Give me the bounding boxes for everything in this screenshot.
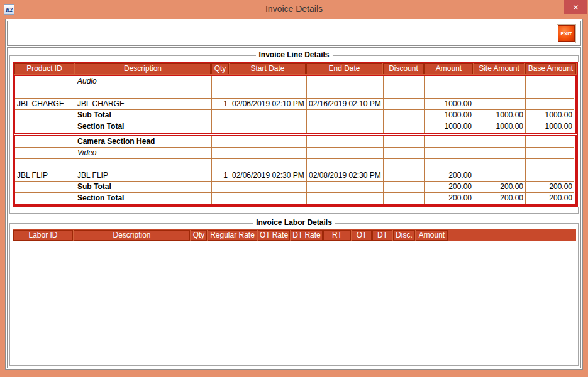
table-cell	[425, 148, 474, 159]
line-column-header[interactable]: End Date	[306, 63, 383, 74]
table-cell: 1000.00	[425, 99, 474, 110]
table-row[interactable]: Sub Total1000.001000.001000.00	[15, 110, 575, 121]
exit-button-label: EXIT	[558, 25, 575, 42]
labor-column-header[interactable]: OT	[352, 230, 372, 241]
table-cell	[526, 76, 574, 87]
table-cell	[425, 136, 474, 148]
table-row[interactable]: Audio	[15, 76, 575, 87]
table-cell: JBL FLIP	[75, 170, 212, 182]
table-cell	[526, 170, 574, 182]
exit-button[interactable]: EXIT	[557, 24, 576, 43]
table-row[interactable]: Sub Total200.00200.00200.00	[15, 182, 575, 193]
labor-column-header[interactable]: OT Rate	[258, 230, 291, 241]
line-details-section: Camera Section HeadVideoJBL FLIPJBL FLIP…	[14, 135, 577, 205]
table-cell	[230, 193, 307, 204]
table-cell	[526, 136, 574, 148]
table-cell	[384, 182, 425, 193]
table-cell	[307, 193, 384, 204]
line-column-header[interactable]: Start Date	[230, 63, 306, 74]
table-row[interactable]: JBL FLIPJBL FLIP102/06/2019 02:30 PM02/0…	[15, 170, 575, 182]
labor-column-header[interactable]: Disc.	[393, 230, 416, 241]
table-cell	[75, 159, 212, 170]
table-cell	[307, 76, 384, 87]
table-cell	[15, 193, 75, 204]
invoice-labor-details-table-header: Labor IDDescriptionQtyRegular RateOT Rat…	[13, 229, 576, 241]
line-column-header[interactable]: Product ID	[14, 63, 75, 74]
table-row[interactable]: JBL CHARGEJBL CHARGE102/06/2019 02:10 PM…	[15, 99, 575, 110]
line-column-header[interactable]: Amount	[424, 63, 474, 74]
table-row[interactable]: Camera Section Head	[15, 136, 575, 148]
table-cell: Camera Section Head	[75, 136, 212, 148]
labor-column-header[interactable]: Regular Rate	[208, 230, 258, 241]
line-details-section: AudioJBL CHARGEJBL CHARGE102/06/2019 02:…	[14, 75, 577, 134]
table-cell	[230, 76, 307, 87]
table-cell: Audio	[75, 76, 212, 87]
labor-column-header[interactable]: Description	[74, 230, 191, 241]
table-cell	[15, 159, 75, 170]
table-cell: 1	[212, 170, 230, 182]
table-cell	[15, 121, 75, 133]
table-cell: 1	[212, 99, 230, 110]
table-cell: 1000.00	[526, 110, 574, 121]
table-cell	[230, 121, 307, 133]
table-cell	[425, 76, 474, 87]
labor-column-header[interactable]: RT	[323, 230, 352, 241]
table-cell	[384, 99, 425, 110]
labor-column-header[interactable]: Amount	[416, 230, 448, 241]
labor-column-header[interactable]: DT Rate	[291, 230, 323, 241]
vertical-scrollbar[interactable]	[578, 62, 581, 207]
invoice-details-window: R2 Invoice Details ✕ EXIT Invoice Line D…	[0, 0, 588, 377]
line-column-header[interactable]: Base Amount	[525, 63, 576, 74]
table-cell	[307, 121, 384, 133]
table-cell	[384, 121, 425, 133]
table-cell	[384, 87, 425, 99]
table-cell: 200.00	[526, 193, 574, 204]
table-cell	[75, 87, 212, 99]
table-cell	[474, 148, 526, 159]
invoice-labor-details-table-body	[10, 241, 578, 365]
line-column-header[interactable]: Qty	[211, 63, 230, 74]
invoice-line-details-title: Invoice Line Details	[255, 50, 332, 59]
labor-column-header[interactable]: Labor ID	[13, 230, 74, 241]
table-cell: 200.00	[425, 170, 474, 182]
table-cell	[526, 159, 574, 170]
line-column-header[interactable]: Site Amount	[474, 63, 525, 74]
table-cell	[230, 159, 307, 170]
table-row[interactable]: Section Total200.00200.00200.00	[15, 193, 575, 204]
labor-column-header[interactable]: DT	[372, 230, 393, 241]
table-cell	[212, 148, 230, 159]
toolbar: EXIT	[7, 21, 581, 46]
invoice-labor-details-group: Invoice Labor Details Labor IDDescriptio…	[9, 223, 579, 366]
table-cell	[212, 182, 230, 193]
table-cell	[212, 159, 230, 170]
close-button[interactable]: ✕	[564, 0, 587, 14]
table-cell: Sub Total	[75, 110, 212, 121]
table-cell: 1000.00	[425, 121, 474, 133]
table-cell	[474, 136, 526, 148]
table-cell: JBL CHARGE	[75, 99, 212, 110]
table-row[interactable]	[15, 87, 575, 99]
table-cell	[307, 110, 384, 121]
table-cell	[212, 110, 230, 121]
table-row[interactable]: Video	[15, 148, 575, 159]
table-cell	[15, 110, 75, 121]
table-cell	[230, 87, 307, 99]
table-cell	[230, 182, 307, 193]
table-cell: 200.00	[474, 193, 526, 204]
labor-column-header[interactable]: Qty	[191, 230, 208, 241]
table-cell: 02/16/2019 02:10 PM	[307, 99, 384, 110]
table-cell: 200.00	[425, 193, 474, 204]
table-cell: Sub Total	[75, 182, 212, 193]
table-cell	[474, 87, 526, 99]
table-cell	[15, 148, 75, 159]
table-cell	[384, 110, 425, 121]
line-column-header[interactable]: Description	[75, 63, 211, 74]
table-row[interactable]: Section Total1000.001000.001000.00	[15, 121, 575, 133]
table-cell	[212, 87, 230, 99]
table-cell: Section Total	[75, 193, 212, 204]
line-column-header[interactable]: Discount	[383, 63, 424, 74]
table-row[interactable]	[15, 159, 575, 170]
table-cell	[230, 148, 307, 159]
invoice-line-details-table: Product IDDescriptionQtyStart DateEnd Da…	[13, 62, 578, 207]
titlebar[interactable]: R2 Invoice Details ✕	[0, 0, 588, 19]
